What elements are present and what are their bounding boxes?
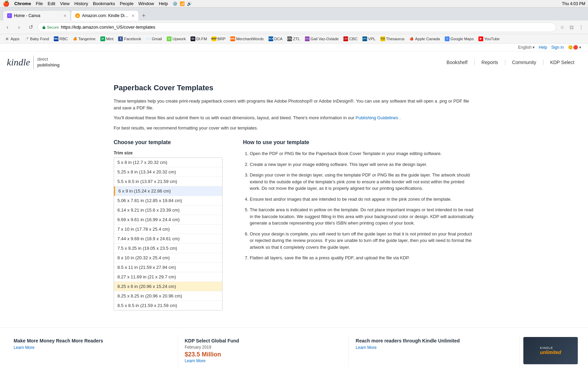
nav-community[interactable]: Community [505,60,543,65]
trim-6.14x9.21[interactable]: 6.14 x 9.21 in (15.6 x 23.39 cm) [114,205,222,215]
canva-favicon: C [7,13,12,18]
ku-banner: kindle unlimited [523,337,578,364]
google-maps-icon: G [445,36,450,41]
canva-tab-close[interactable]: × [64,13,66,18]
trim-6.69x9.61[interactable]: 6.69 x 9.61 in (16.99 x 24.4 cm) [114,215,222,225]
help-link[interactable]: Help [539,45,547,50]
kdp-main: Paperback Cover Templates These template… [107,73,481,321]
promo-2-subtitle: February 2019 [185,345,342,350]
gmail-icon: ✉️ [146,36,151,41]
trim-6x9[interactable]: 6 x 9 in (15.24 x 22.86 cm) [114,186,222,196]
forward-button[interactable]: › [14,22,24,32]
step-2: Create a new layer in your image editing… [250,161,474,168]
bookmark-vpl[interactable]: VPL VPL [360,36,378,42]
star-icon[interactable]: ☆ [558,23,566,31]
kdp-tab-close[interactable]: × [132,13,134,18]
trim-7.5x9.25[interactable]: 7.5 x 9.25 in (19.05 x 23.5 cm) [114,244,222,253]
menu-icon[interactable]: ⋮ [577,23,585,31]
kdp-logo-text: direct publishing [37,57,60,68]
step-7: Flatten all layers, save the file as a p… [250,255,474,261]
file-menu[interactable]: File [36,1,43,6]
bookmark-thesaurus[interactable]: THR Thesaurus [378,36,407,42]
cbc-icon: CBC [343,36,348,41]
thesaurus-label: Thesaurus [386,37,405,41]
vpl-label: VPL [368,37,376,41]
trim-8.27x11.69[interactable]: 8.27 x 11.69 in (21 x 29.7 cm) [114,272,222,282]
apple-menu[interactable]: 🍎 [3,0,10,7]
facebook-icon: f [118,36,123,41]
trim-8.25x6[interactable]: 8.25 x 6 in (20.96 x 15.24 cm) [114,282,222,291]
trim-7x10[interactable]: 7 x 10 in (17.78 x 25.4 cm) [114,225,222,234]
bookmark-youtube[interactable]: ▶ YouTube [476,36,502,42]
upwork-icon: U [167,36,172,41]
promo-kdp-select: KDP Select Global Fund February 2019 $23… [178,335,349,367]
step-3: Design your cover in the design layer, u… [250,172,474,192]
help-menu[interactable]: Help [159,1,168,6]
bookmark-upwork[interactable]: U Upwork [165,36,188,42]
nav-bookshelf[interactable]: Bookshelf [440,60,474,65]
bookmark-tangerine[interactable]: 🍊 Tangerine [70,36,98,42]
mac-status-icons: ⚙️ 📶 🔊 [173,1,192,6]
trim-8.5x11[interactable]: 8.5 x 11 in (21.59 x 27.94 cm) [114,263,222,272]
tangerine-icon: 🍊 [72,36,77,41]
reload-button[interactable]: ↺ [26,22,35,32]
people-menu[interactable]: People [120,1,133,6]
step-6: Once your design is complete, you will n… [250,231,474,251]
url-text: https://kdp.amazon.com/en_US/cover-templ… [61,25,552,30]
toolbar-icons: ☆ ⊡ ⋮ [558,23,585,31]
tab-kdp[interactable]: a Amazon.com: Kindle Direct Pu... × [71,10,139,20]
template-left: Choose your template Trim size 5 x 8 in … [114,139,223,310]
trim-size-label: Trim size [114,150,223,155]
nav-reports[interactable]: Reports [475,60,505,65]
trim-5.25x8[interactable]: 5.25 x 8 in (13.34 x 20.32 cm) [114,167,222,177]
tab-canva[interactable]: C Home - Canva × [3,10,71,20]
bookmark-google-maps[interactable]: G Google Maps [443,36,476,42]
trim-5.5x8.5[interactable]: 5.5 x 8.5 in (13.97 x 21.59 cm) [114,177,222,186]
promo-3-link[interactable]: Learn More [356,345,376,350]
bookmark-rbc[interactable]: RBC RBC [52,36,70,42]
brp-icon: BRP [212,36,216,41]
trim-8.5x8.5[interactable]: 8.5 x 8.5 in (21.59 x 21.59 cm) [114,301,222,310]
back-button[interactable]: ‹ [3,22,12,32]
bookmark-facebook[interactable]: f Facebook [116,36,143,42]
trim-size-list: 5 x 8 in (12.7 x 20.32 cm) 5.25 x 8 in (… [114,157,223,310]
bookmark-mint[interactable]: M Mint [98,36,116,42]
address-bar[interactable]: Secure https://kdp.amazon.com/en_US/cove… [37,22,556,32]
trim-7.44x9.69[interactable]: 7.44 x 9.69 in (18.9 x 24.61 cm) [114,234,222,244]
history-menu[interactable]: History [74,1,88,6]
view-menu[interactable]: View [60,1,69,6]
trim-8.25x8.25[interactable]: 8.25 x 8.25 in (20.96 x 20.96 cm) [114,291,222,301]
bookmark-difm[interactable]: DI DI.FM [189,36,209,42]
bookmark-brp[interactable]: BRP BRP [210,36,228,42]
bookmark-apple-canada[interactable]: 🍎 Apple Canada [407,36,442,42]
baby-food-icon: 🍼 [24,36,29,41]
promo-3-title: Reach more readers through Kindle Unlimi… [356,338,513,343]
nav-kdp-select[interactable]: KDP Select [543,60,581,65]
promo-1-link[interactable]: Learn More [14,345,34,350]
bookmark-dca[interactable]: DCA DCA [266,36,284,42]
bookmark-apps[interactable]: ⊞ Apps [3,36,21,42]
kdp-lang-bar: English ▾ Help Sign in 🙂🔴 ▾ [0,44,588,51]
language-selector[interactable]: English ▾ [518,45,535,50]
edit-menu[interactable]: Edit [48,1,55,6]
kdp-page: English ▾ Help Sign in 🙂🔴 ▾ kindle direc… [0,44,588,368]
bookmark-merchantwords[interactable]: MW MerchantWords [228,36,266,42]
bookmark-gmail[interactable]: ✉️ Gmail [144,36,164,42]
window-menu[interactable]: Window [138,1,154,6]
trim-5x8[interactable]: 5 x 8 in (12.7 x 20.32 cm) [114,158,222,167]
bookmark-baby-food[interactable]: 🍼 Baby Food [22,36,51,42]
extension-icon[interactable]: ⊡ [568,23,576,31]
promo-2-link[interactable]: Learn More [185,358,206,363]
bookmarks-bar: ⊞ Apps 🍼 Baby Food RBC RBC 🍊 Tangerine M… [0,34,588,44]
trim-5.06x7.81[interactable]: 5.06 x 7.81 in (12.85 x 19.84 cm) [114,196,222,205]
trim-8x10[interactable]: 8 x 10 in (20.32 x 25.4 cm) [114,253,222,263]
publishing-guidelines-link[interactable]: Publishing Guidelines [356,115,398,120]
signin-link[interactable]: Sign in [551,45,564,50]
chrome-app-name[interactable]: Chrome [14,1,31,6]
bookmarks-menu[interactable]: Bookmarks [93,1,115,6]
rbc-icon: RBC [54,36,59,41]
new-tab-button[interactable]: + [139,11,148,20]
bookmark-gail[interactable]: GVO Gail Vaz-Oxlade [303,36,341,42]
bookmark-cbc[interactable]: CBC CBC [341,36,359,42]
bookmark-ztl[interactable]: ZTL ZTL [285,36,302,42]
